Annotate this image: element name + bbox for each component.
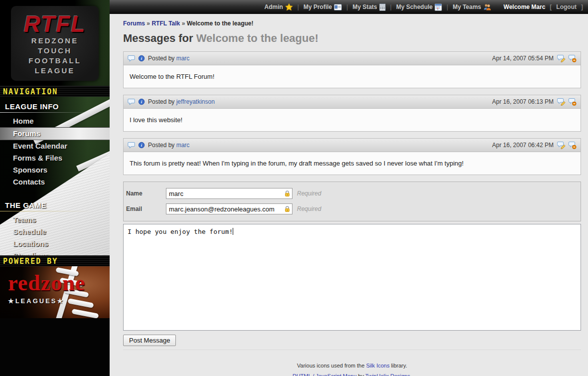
comment-edit-icon[interactable]: [557, 54, 566, 62]
forum-message: i Posted by marc Apr 14, 2007 05:54 PM W…: [123, 51, 581, 88]
nav-section-title: LEAGUE INFO: [0, 97, 110, 112]
breadcrumb-separator: »: [147, 20, 150, 27]
footer-credit-menu: DHTML / JavaScript Menu by TwinHelix Des…: [123, 371, 581, 376]
topbar-link-my-schedule[interactable]: My Schedule: [396, 3, 442, 11]
main-area: Admin | My Profile | My Stats | My Sched…: [110, 0, 588, 376]
topbar-separator: |: [446, 3, 448, 10]
league-logo-area: RTFL REDZONE TOUCH FOOTBALL LEAGUE: [0, 0, 110, 86]
nav-section-league-info: LEAGUE INFO Home Forums Event Calendar F…: [0, 97, 110, 188]
author-link[interactable]: marc: [176, 142, 190, 149]
message-actions: Apr 16, 2007 06:13 PM: [492, 98, 577, 106]
sidebar-item-event-calendar[interactable]: Event Calendar: [0, 140, 110, 152]
twinhelix-link[interactable]: TwinHelix Designs: [365, 373, 410, 376]
lock-icon: [284, 205, 291, 212]
posted-by-label: Posted by jeffreyatkinson: [148, 98, 215, 105]
message-header: i Posted by jeffreyatkinson Apr 16, 2007…: [124, 95, 581, 109]
reply-form-panel: Name Required Email Required: [123, 182, 581, 221]
name-input[interactable]: [166, 188, 293, 199]
league-logo: RTFL REDZONE TOUCH FOOTBALL LEAGUE: [11, 6, 99, 81]
posted-by-label: Posted by marc: [148, 142, 189, 149]
comment-icon: [128, 142, 135, 149]
redzone-leagues-logo[interactable]: redzone ★LEAGUES★: [8, 269, 85, 305]
comment-edit-icon[interactable]: [557, 141, 566, 149]
topbar-link-my-teams[interactable]: My Teams: [452, 3, 491, 11]
author-link[interactable]: jeffreyatkinson: [176, 98, 215, 105]
star-icon: [285, 3, 293, 11]
league-acronym: RTFL: [11, 6, 99, 36]
post-message-button[interactable]: Post Message: [123, 335, 176, 346]
required-hint: Required: [297, 190, 321, 197]
topbar-separator: |: [297, 3, 299, 10]
email-input[interactable]: [166, 203, 293, 214]
comment-delete-icon[interactable]: [568, 54, 577, 62]
message-date: Apr 14, 2007 05:54 PM: [492, 55, 554, 62]
name-input-wrap: [166, 188, 293, 199]
sidebar-item-standings[interactable]: Standings: [0, 250, 110, 255]
info-icon[interactable]: i: [138, 98, 145, 105]
email-row: Email Required: [126, 203, 578, 214]
sidebar-item-locations[interactable]: Locations: [0, 238, 110, 250]
topbar-link-my-profile[interactable]: My Profile: [303, 3, 342, 10]
message-date: Apr 16, 2007 06:42 PM: [492, 142, 554, 149]
topbar: Admin | My Profile | My Stats | My Sched…: [110, 0, 588, 14]
navigation-header: NAVIGATION: [0, 86, 110, 97]
logout-bracket: ]: [581, 3, 583, 10]
league-name-line: FOOTBALL: [11, 56, 99, 66]
content-bottom-divider: [123, 350, 581, 350]
sidebar-nav: LEAGUE INFO Home Forums Event Calendar F…: [0, 97, 110, 255]
message-actions: Apr 14, 2007 05:54 PM: [492, 54, 577, 62]
sidebar-item-sponsors[interactable]: Sponsors: [0, 164, 110, 176]
breadcrumb-link-rtfl-talk[interactable]: RTFL Talk: [151, 20, 180, 27]
redzone-leagues-text: ★LEAGUES★: [8, 297, 85, 305]
sidebar-item-forums[interactable]: Forums: [0, 127, 110, 140]
name-label: Name: [126, 190, 166, 197]
breadcrumb-link-forums[interactable]: Forums: [123, 20, 145, 27]
sidebar-footer-space: [0, 318, 110, 376]
sidebar-item-forms-files[interactable]: Forms & Files: [0, 152, 110, 164]
breadcrumb-current: Welcome to the league!: [187, 20, 254, 27]
nav-section-title: THE GAME: [0, 195, 110, 211]
sidebar-item-home[interactable]: Home: [0, 115, 110, 127]
message-date: Apr 16, 2007 06:13 PM: [492, 98, 554, 105]
redzone-brand-text: redzone: [8, 269, 85, 297]
page-title: Messages for Welcome to the league!: [123, 32, 581, 45]
page: RTFL REDZONE TOUCH FOOTBALL LEAGUE NAVIG…: [0, 0, 588, 376]
author-link[interactable]: marc: [176, 55, 190, 62]
footer-credit-icons: Various icons used from the Silk Icons l…: [123, 361, 581, 371]
sidebar-item-schedule[interactable]: Schedule: [0, 226, 110, 238]
powered-by-logo-area: redzone ★LEAGUES★: [0, 266, 110, 318]
message-header: i Posted by marc Apr 14, 2007 05:54 PM: [124, 52, 581, 65]
sidebar: RTFL REDZONE TOUCH FOOTBALL LEAGUE NAVIG…: [0, 0, 110, 376]
message-actions: Apr 16, 2007 06:42 PM: [492, 141, 577, 149]
logout-bracket: [: [550, 3, 552, 10]
message-body: Welcome to the RTFL Forum!: [124, 65, 581, 88]
message-textarea[interactable]: I hope you enjoy the forum!: [123, 224, 581, 331]
league-name-line: TOUCH: [11, 46, 99, 56]
dhtml-menu-link[interactable]: DHTML / JavaScript Menu: [293, 373, 357, 376]
league-name-line: LEAGUE: [11, 66, 99, 76]
topbar-link-admin[interactable]: Admin: [264, 3, 293, 11]
required-hint: Required: [297, 205, 321, 212]
info-icon[interactable]: i: [138, 142, 145, 149]
email-label: Email: [126, 205, 166, 212]
silk-icons-link[interactable]: Silk Icons: [366, 363, 390, 369]
football-lace: [72, 309, 99, 318]
breadcrumb: Forums » RTFL Talk » Welcome to the leag…: [123, 20, 581, 27]
group-icon: [483, 3, 491, 11]
sidebar-item-teams[interactable]: Teams: [0, 214, 110, 226]
message-draft-text: I hope you enjoy the forum!: [128, 228, 233, 235]
comment-delete-icon[interactable]: [568, 141, 577, 149]
calculator-icon: [379, 3, 386, 11]
topbar-link-my-stats[interactable]: My Stats: [352, 3, 385, 11]
message-header: i Posted by marc Apr 16, 2007 06:42 PM: [124, 139, 581, 152]
comment-delete-icon[interactable]: [568, 98, 577, 106]
calendar-icon: [435, 3, 442, 11]
info-icon[interactable]: i: [138, 55, 145, 62]
logout-link[interactable]: Logout: [556, 3, 577, 10]
vcard-icon: [334, 4, 342, 10]
comment-edit-icon[interactable]: [557, 98, 566, 106]
sidebar-item-contacts[interactable]: Contacts: [0, 176, 110, 188]
message-body: I love this website!: [124, 109, 581, 131]
comment-icon: [128, 98, 135, 105]
topbar-separator: |: [346, 3, 348, 10]
